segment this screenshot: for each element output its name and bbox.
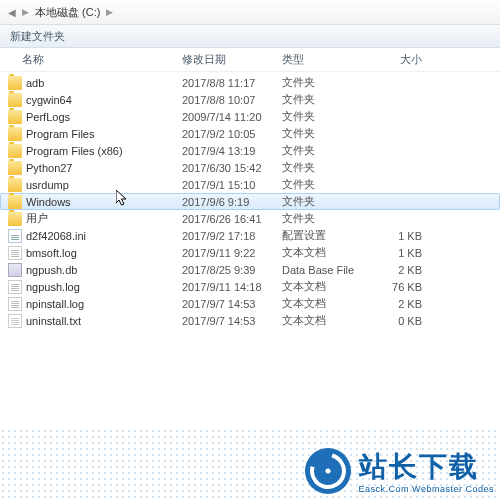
file-icon: [8, 280, 22, 294]
file-row[interactable]: cygwin642017/8/8 10:07文件夹: [0, 91, 500, 108]
file-row[interactable]: npinstall.log2017/9/7 14:53文本文档2 KB: [0, 295, 500, 312]
chevron-right-icon: ▶: [106, 7, 113, 17]
file-date: 2017/9/7 14:53: [182, 315, 282, 327]
file-icon: [8, 263, 22, 277]
chevron-right-icon: ▶: [22, 7, 29, 17]
file-icon: [8, 297, 22, 311]
file-type: 文本文档: [282, 313, 362, 328]
file-type: 文本文档: [282, 296, 362, 311]
file-row[interactable]: ngpush.log2017/9/11 14:18文本文档76 KB: [0, 278, 500, 295]
file-row[interactable]: bmsoft.log2017/9/11 9:22文本文档1 KB: [0, 244, 500, 261]
file-date: 2017/8/8 11:17: [182, 77, 282, 89]
breadcrumb-drive[interactable]: 本地磁盘 (C:): [35, 5, 100, 20]
col-date[interactable]: 修改日期: [182, 52, 282, 67]
file-type: 文件夹: [282, 75, 362, 90]
file-name: Python27: [26, 162, 182, 174]
file-size: 2 KB: [362, 264, 422, 276]
file-row[interactable]: Windows2017/9/6 9:19文件夹: [0, 193, 500, 210]
file-date: 2017/6/30 15:42: [182, 162, 282, 174]
toolbar: 新建文件夹: [0, 25, 500, 48]
folder-icon: [8, 127, 22, 141]
nav-back-icon[interactable]: ◀: [8, 7, 16, 18]
file-date: 2017/9/1 15:10: [182, 179, 282, 191]
file-row[interactable]: PerfLogs2009/7/14 11:20文件夹: [0, 108, 500, 125]
file-size: 2 KB: [362, 298, 422, 310]
file-row[interactable]: ngpush.db2017/8/25 9:39Data Base File2 K…: [0, 261, 500, 278]
folder-icon: [8, 161, 22, 175]
file-name: PerfLogs: [26, 111, 182, 123]
col-type[interactable]: 类型: [282, 52, 362, 67]
file-row[interactable]: uninstall.txt2017/9/7 14:53文本文档0 KB: [0, 312, 500, 329]
file-date: 2017/9/4 13:19: [182, 145, 282, 157]
file-type: 文件夹: [282, 177, 362, 192]
file-type: 文件夹: [282, 143, 362, 158]
watermark-logo-icon: [305, 448, 351, 494]
folder-icon: [8, 110, 22, 124]
file-row[interactable]: Program Files (x86)2017/9/4 13:19文件夹: [0, 142, 500, 159]
file-date: 2017/9/7 14:53: [182, 298, 282, 310]
file-icon: [8, 246, 22, 260]
file-name: bmsoft.log: [26, 247, 182, 259]
folder-icon: [8, 178, 22, 192]
folder-icon: [8, 195, 22, 209]
file-row[interactable]: d2f42068.ini2017/9/2 17:18配置设置1 KB: [0, 227, 500, 244]
file-name: Program Files: [26, 128, 182, 140]
file-date: 2017/9/11 14:18: [182, 281, 282, 293]
file-type: Data Base File: [282, 264, 362, 276]
file-date: 2017/8/25 9:39: [182, 264, 282, 276]
file-size: 1 KB: [362, 247, 422, 259]
file-name: ngpush.db: [26, 264, 182, 276]
file-date: 2017/9/6 9:19: [182, 196, 282, 208]
file-date: 2017/9/11 9:22: [182, 247, 282, 259]
file-type: 文本文档: [282, 245, 362, 260]
file-date: 2009/7/14 11:20: [182, 111, 282, 123]
file-name: npinstall.log: [26, 298, 182, 310]
file-date: 2017/8/8 10:07: [182, 94, 282, 106]
file-size: 76 KB: [362, 281, 422, 293]
file-row[interactable]: Python272017/6/30 15:42文件夹: [0, 159, 500, 176]
column-headers: 名称 修改日期 类型 大小: [0, 48, 500, 72]
file-name: ngpush.log: [26, 281, 182, 293]
folder-icon: [8, 144, 22, 158]
breadcrumb[interactable]: ◀ ▶ 本地磁盘 (C:) ▶: [0, 0, 500, 25]
file-row[interactable]: Program Files2017/9/2 10:05文件夹: [0, 125, 500, 142]
file-name: uninstall.txt: [26, 315, 182, 327]
col-name[interactable]: 名称: [22, 52, 182, 67]
file-type: 文本文档: [282, 279, 362, 294]
watermark: 站长下载 Easck.Com Webmaster Codes: [305, 448, 494, 494]
file-name: cygwin64: [26, 94, 182, 106]
file-type: 配置设置: [282, 228, 362, 243]
file-row[interactable]: adb2017/8/8 11:17文件夹: [0, 74, 500, 91]
file-name: adb: [26, 77, 182, 89]
file-size: 0 KB: [362, 315, 422, 327]
file-name: Windows: [26, 196, 182, 208]
file-row[interactable]: 用户2017/6/26 16:41文件夹: [0, 210, 500, 227]
file-type: 文件夹: [282, 160, 362, 175]
file-size: 1 KB: [362, 230, 422, 242]
file-type: 文件夹: [282, 126, 362, 141]
folder-icon: [8, 93, 22, 107]
file-icon: [8, 314, 22, 328]
col-size[interactable]: 大小: [362, 52, 422, 67]
file-date: 2017/9/2 17:18: [182, 230, 282, 242]
file-type: 文件夹: [282, 211, 362, 226]
new-folder-button[interactable]: 新建文件夹: [10, 29, 65, 44]
folder-icon: [8, 212, 22, 226]
explorer-window: ◀ ▶ 本地磁盘 (C:) ▶ 新建文件夹 名称 修改日期 类型 大小 adb2…: [0, 0, 500, 500]
watermark-subtitle: Easck.Com Webmaster Codes: [359, 484, 494, 494]
folder-icon: [8, 76, 22, 90]
file-date: 2017/6/26 16:41: [182, 213, 282, 225]
file-icon: [8, 229, 22, 243]
file-list: adb2017/8/8 11:17文件夹cygwin642017/8/8 10:…: [0, 72, 500, 331]
file-name: d2f42068.ini: [26, 230, 182, 242]
file-name: Program Files (x86): [26, 145, 182, 157]
file-type: 文件夹: [282, 109, 362, 124]
file-type: 文件夹: [282, 92, 362, 107]
file-date: 2017/9/2 10:05: [182, 128, 282, 140]
file-name: 用户: [26, 211, 182, 226]
file-type: 文件夹: [282, 194, 362, 209]
watermark-title: 站长下载: [359, 448, 494, 486]
file-name: usrdump: [26, 179, 182, 191]
file-row[interactable]: usrdump2017/9/1 15:10文件夹: [0, 176, 500, 193]
